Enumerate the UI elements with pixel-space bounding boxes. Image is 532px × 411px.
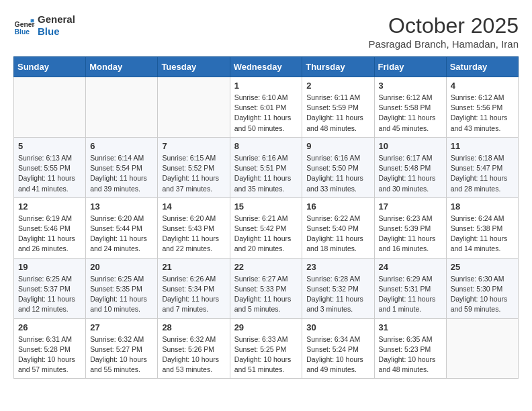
title-block: October 2025 Pasragad Branch, Hamadan, I…: [369, 13, 519, 50]
calendar-cell: 13Sunrise: 6:20 AMSunset: 5:44 PMDayligh…: [86, 197, 158, 258]
cell-line: Sunset: 5:54 PM: [90, 164, 142, 172]
day-number: 18: [451, 201, 514, 212]
cell-line: Sunset: 5:42 PM: [234, 224, 287, 232]
cell-line: Sunrise: 6:21 AM: [234, 214, 288, 222]
cell-line: Daylight: 11 hours: [306, 113, 363, 122]
cell-line: Daylight: 11 hours: [18, 295, 75, 303]
day-number: 13: [90, 201, 153, 212]
cell-line: Sunset: 5:48 PM: [379, 164, 431, 172]
day-number: 8: [234, 141, 298, 151]
cell-line: and 49 minutes.: [306, 365, 357, 373]
cell-line: and 20 minutes.: [234, 244, 285, 253]
day-number: 2: [306, 81, 369, 91]
day-number: 23: [306, 262, 369, 272]
cell-line: Daylight: 10 hours: [162, 355, 219, 363]
cell-line: Sunset: 5:39 PM: [379, 224, 431, 232]
calendar-cell: 22Sunrise: 6:27 AMSunset: 5:33 PMDayligh…: [230, 258, 302, 318]
day-number: 28: [162, 322, 225, 332]
cell-content: Sunrise: 6:20 AMSunset: 5:44 PMDaylight:…: [90, 214, 153, 255]
cell-line: Sunrise: 6:28 AM: [306, 275, 360, 283]
cell-line: Sunrise: 6:32 AM: [90, 335, 144, 343]
cell-line: and 48 minutes.: [379, 365, 429, 373]
cell-line: Daylight: 11 hours: [451, 113, 508, 122]
day-number: 6: [90, 141, 153, 151]
day-number: 20: [90, 262, 153, 272]
cell-line: Sunset: 5:24 PM: [306, 345, 359, 353]
calendar-cell: 2Sunrise: 6:11 AMSunset: 5:59 PMDaylight…: [302, 77, 374, 138]
calendar-cell: 14Sunrise: 6:20 AMSunset: 5:43 PMDayligh…: [158, 197, 230, 258]
calendar-row-4: 19Sunrise: 6:25 AMSunset: 5:37 PMDayligh…: [14, 258, 519, 318]
cell-line: Sunrise: 6:18 AM: [451, 154, 504, 162]
day-number: 31: [379, 322, 442, 332]
cell-content: Sunrise: 6:16 AMSunset: 5:51 PMDaylight:…: [234, 153, 298, 194]
day-number: 22: [234, 262, 298, 272]
cell-line: and 37 minutes.: [162, 185, 212, 193]
calendar-cell: 16Sunrise: 6:22 AMSunset: 5:40 PMDayligh…: [302, 197, 374, 258]
cell-line: Sunset: 5:58 PM: [379, 103, 431, 111]
cell-line: Sunrise: 6:19 AM: [18, 214, 72, 222]
cell-content: Sunrise: 6:16 AMSunset: 5:50 PMDaylight:…: [306, 153, 369, 194]
cell-line: and 12 minutes.: [18, 305, 69, 313]
weekday-header-friday: Friday: [374, 57, 446, 77]
cell-content: Sunrise: 6:30 AMSunset: 5:30 PMDaylight:…: [451, 274, 514, 315]
cell-line: Sunset: 5:33 PM: [234, 285, 287, 293]
cell-line: Daylight: 11 hours: [234, 295, 292, 303]
calendar-cell: 21Sunrise: 6:26 AMSunset: 5:34 PMDayligh…: [158, 258, 230, 318]
weekday-header-monday: Monday: [86, 57, 158, 77]
cell-line: Sunset: 5:34 PM: [162, 285, 214, 293]
calendar-cell: 9Sunrise: 6:16 AMSunset: 5:50 PMDaylight…: [302, 137, 374, 197]
logo-blue: Blue: [38, 26, 75, 38]
cell-line: Sunset: 5:43 PM: [162, 224, 214, 232]
cell-line: and 59 minutes.: [451, 305, 501, 313]
cell-line: Sunrise: 6:22 AM: [306, 214, 360, 222]
cell-line: and 53 minutes.: [162, 365, 212, 373]
cell-line: Daylight: 11 hours: [379, 295, 436, 303]
cell-line: Sunrise: 6:20 AM: [90, 214, 144, 222]
cell-line: Sunrise: 6:12 AM: [379, 93, 433, 101]
cell-line: Daylight: 11 hours: [451, 174, 508, 182]
cell-line: Sunset: 5:28 PM: [18, 345, 71, 353]
page-header: General Blue General Blue October 2025 P…: [13, 13, 519, 50]
cell-content: Sunrise: 6:25 AMSunset: 5:35 PMDaylight:…: [90, 274, 153, 315]
day-number: 17: [379, 201, 442, 212]
cell-line: Sunset: 5:50 PM: [306, 164, 359, 172]
calendar-cell: 24Sunrise: 6:29 AMSunset: 5:31 PMDayligh…: [374, 258, 446, 318]
cell-content: Sunrise: 6:31 AMSunset: 5:28 PMDaylight:…: [18, 334, 81, 375]
cell-line: and 26 minutes.: [18, 244, 69, 253]
cell-line: Daylight: 10 hours: [306, 355, 363, 363]
cell-line: Daylight: 10 hours: [90, 355, 147, 363]
cell-line: Sunset: 5:40 PM: [306, 224, 359, 232]
cell-line: Sunrise: 6:16 AM: [234, 154, 288, 162]
cell-line: Sunset: 5:47 PM: [451, 164, 503, 172]
calendar-cell: 20Sunrise: 6:25 AMSunset: 5:35 PMDayligh…: [86, 258, 158, 318]
cell-line: Daylight: 10 hours: [379, 355, 436, 363]
cell-line: Daylight: 11 hours: [162, 234, 219, 242]
calendar-cell: 5Sunrise: 6:13 AMSunset: 5:55 PMDaylight…: [14, 137, 86, 197]
cell-line: and 41 minutes.: [18, 185, 69, 193]
cell-line: and 50 minutes.: [234, 124, 285, 132]
cell-line: Sunrise: 6:30 AM: [451, 275, 504, 283]
cell-line: Sunrise: 6:20 AM: [162, 214, 216, 222]
cell-line: Sunset: 5:31 PM: [379, 285, 431, 293]
cell-line: Daylight: 11 hours: [306, 295, 363, 303]
cell-line: and 18 minutes.: [306, 244, 357, 253]
day-number: 26: [18, 322, 81, 332]
cell-line: and 35 minutes.: [234, 185, 285, 193]
calendar-cell: 3Sunrise: 6:12 AMSunset: 5:58 PMDaylight…: [374, 77, 446, 138]
cell-line: and 10 minutes.: [90, 305, 140, 313]
day-number: 1: [234, 81, 298, 91]
calendar-cell: 6Sunrise: 6:14 AMSunset: 5:54 PMDaylight…: [86, 137, 158, 197]
cell-line: and 33 minutes.: [306, 185, 357, 193]
cell-content: Sunrise: 6:12 AMSunset: 5:58 PMDaylight:…: [379, 93, 442, 134]
cell-line: Daylight: 11 hours: [90, 295, 147, 303]
calendar-cell: [86, 77, 158, 138]
cell-line: Sunrise: 6:16 AM: [306, 154, 360, 162]
logo-icon: General Blue: [13, 15, 35, 36]
cell-line: Sunset: 5:59 PM: [306, 103, 359, 111]
cell-line: Daylight: 11 hours: [162, 174, 219, 182]
cell-line: Daylight: 11 hours: [18, 234, 75, 242]
cell-line: Sunset: 6:01 PM: [234, 103, 287, 111]
calendar-cell: 26Sunrise: 6:31 AMSunset: 5:28 PMDayligh…: [14, 318, 86, 379]
cell-line: Daylight: 11 hours: [306, 174, 363, 182]
cell-line: Sunset: 5:46 PM: [18, 224, 71, 232]
